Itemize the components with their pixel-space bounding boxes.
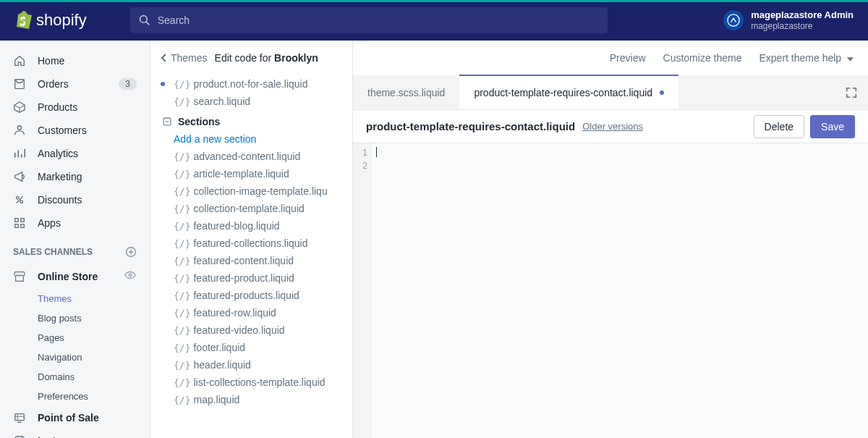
channel-online-store[interactable]: Online Store <box>0 264 150 289</box>
channel-instagram[interactable]: Instagram <box>0 429 150 438</box>
line-gutter: 12 <box>353 143 372 438</box>
sales-channels-heading: SALES CHANNELS <box>0 235 150 264</box>
liquid-file-icon: {/} <box>174 325 190 336</box>
svg-point-2 <box>728 14 739 26</box>
nav-item-orders[interactable]: Orders3 <box>0 72 150 96</box>
shopify-bag-icon <box>14 11 32 30</box>
svg-rect-9 <box>21 219 25 222</box>
file-item[interactable]: {/} list-collections-template.liquid <box>150 374 352 391</box>
file-item[interactable]: {/} search.liquid <box>150 93 352 110</box>
liquid-file-icon: {/} <box>174 79 190 90</box>
liquid-file-icon: {/} <box>174 256 190 266</box>
preview-link[interactable]: Preview <box>610 52 646 64</box>
analytics-icon <box>13 147 26 160</box>
nav-item-home[interactable]: Home <box>0 49 150 72</box>
file-item[interactable]: {/} advanced-content.liquid <box>150 148 352 165</box>
older-versions-link[interactable]: Older versions <box>582 121 643 132</box>
search-bar[interactable] <box>130 7 608 33</box>
nav-item-products[interactable]: Products <box>0 96 150 119</box>
liquid-file-icon: {/} <box>174 377 190 388</box>
user-menu[interactable]: mageplazastore Admin mageplazastore <box>723 9 854 31</box>
save-button[interactable]: Save <box>810 115 855 138</box>
file-tree[interactable]: {/} product.not-for-sale.liquid{/} searc… <box>150 75 352 438</box>
folder-collapse-icon <box>162 117 172 127</box>
editor-tab[interactable]: product-template-requires-contact.liquid <box>459 75 678 109</box>
svg-rect-8 <box>15 219 19 222</box>
subnav-blog-posts[interactable]: Blog posts <box>0 308 150 328</box>
eye-icon[interactable] <box>124 269 137 284</box>
subnav-preferences[interactable]: Preferences <box>0 387 150 406</box>
user-name: mageplazastore Admin <box>751 9 854 21</box>
svg-rect-11 <box>21 224 25 228</box>
nav-item-discounts[interactable]: Discounts <box>0 188 150 211</box>
file-item[interactable]: {/} featured-content.liquid <box>150 252 352 269</box>
file-item[interactable]: {/} featured-product.liquid <box>150 269 352 287</box>
breadcrumb-back[interactable]: Themes <box>161 52 208 64</box>
modified-dot <box>660 90 664 95</box>
file-item[interactable]: {/} header.liquid <box>150 356 352 374</box>
file-item[interactable]: {/} map.liquid <box>150 391 352 408</box>
search-icon <box>139 14 150 26</box>
file-item[interactable]: {/} featured-row.liquid <box>150 304 352 321</box>
brand-text: shopify <box>36 11 87 30</box>
add-section-link[interactable]: Add a new section <box>150 130 352 148</box>
file-item[interactable]: {/} collection-image-template.liqu <box>150 182 352 200</box>
file-item[interactable]: {/} featured-video.liquid <box>150 321 352 339</box>
editor-tabs: theme.scss.liquidproduct-template-requir… <box>353 75 868 110</box>
file-item[interactable]: {/} featured-collections.liquid <box>150 235 352 252</box>
subnav-pages[interactable]: Pages <box>0 328 150 348</box>
home-icon <box>13 54 26 67</box>
svg-point-4 <box>17 126 21 130</box>
customize-link[interactable]: Customize theme <box>663 52 742 64</box>
user-store: mageplazastore <box>751 21 854 31</box>
file-item[interactable]: {/} collection-template.liquid <box>150 200 352 217</box>
chevron-left-icon <box>161 53 168 63</box>
search-input[interactable] <box>158 14 599 26</box>
subnav-navigation[interactable]: Navigation <box>0 348 150 367</box>
instagram-icon <box>13 434 26 438</box>
sidebar: HomeOrders3ProductsCustomersAnalyticsMar… <box>0 41 150 438</box>
editor-tab[interactable]: theme.scss.liquid <box>353 75 459 109</box>
liquid-file-icon: {/} <box>174 360 190 371</box>
folder-sections[interactable]: Sections <box>150 110 352 130</box>
nav-item-analytics[interactable]: Analytics <box>0 142 150 165</box>
file-item[interactable]: {/} article-template.liquid <box>150 165 352 182</box>
delete-button[interactable]: Delete <box>754 115 804 138</box>
svg-point-6 <box>20 201 23 203</box>
nav-item-apps[interactable]: Apps <box>0 211 150 235</box>
nav-item-customers[interactable]: Customers <box>0 119 150 142</box>
svg-rect-16 <box>15 414 25 421</box>
pos-icon <box>13 411 26 424</box>
file-item[interactable]: {/} footer.liquid <box>150 339 352 356</box>
code-body[interactable] <box>372 143 868 438</box>
current-file-name: product-template-requires-contact.liquid <box>366 120 575 132</box>
liquid-file-icon: {/} <box>174 96 190 107</box>
file-item[interactable]: {/} product.not-for-sale.liquid <box>150 75 352 93</box>
liquid-file-icon: {/} <box>174 342 190 353</box>
badge: 3 <box>119 78 137 90</box>
liquid-file-icon: {/} <box>174 221 190 232</box>
expert-help-link[interactable]: Expert theme help <box>759 52 854 64</box>
svg-point-15 <box>129 274 132 277</box>
editor-area: Preview Customize theme Expert theme hel… <box>353 41 868 438</box>
channel-point-of-sale[interactable]: Point of Sale <box>0 406 150 429</box>
editor-top-actions: Preview Customize theme Expert theme hel… <box>353 41 868 75</box>
add-channel-icon[interactable] <box>125 246 137 258</box>
shopify-logo[interactable]: shopify <box>14 11 87 30</box>
products-icon <box>13 101 26 114</box>
subnav-domains[interactable]: Domains <box>0 367 150 387</box>
file-item[interactable]: {/} featured-products.liquid <box>150 287 352 304</box>
code-editor[interactable]: 12 <box>353 143 868 438</box>
store-icon <box>13 270 26 283</box>
file-header: product-template-requires-contact.liquid… <box>353 110 868 143</box>
apps-icon <box>13 216 26 229</box>
chevron-down-icon <box>847 57 854 62</box>
fullscreen-icon[interactable] <box>835 75 868 109</box>
liquid-file-icon: {/} <box>174 395 190 405</box>
discounts-icon <box>13 193 26 206</box>
file-item[interactable]: {/} featured-blog.liquid <box>150 217 352 235</box>
breadcrumb-title: Edit code for Brooklyn <box>215 52 318 64</box>
avatar <box>723 10 744 30</box>
subnav-themes[interactable]: Themes <box>0 289 150 308</box>
nav-item-marketing[interactable]: Marketing <box>0 165 150 188</box>
